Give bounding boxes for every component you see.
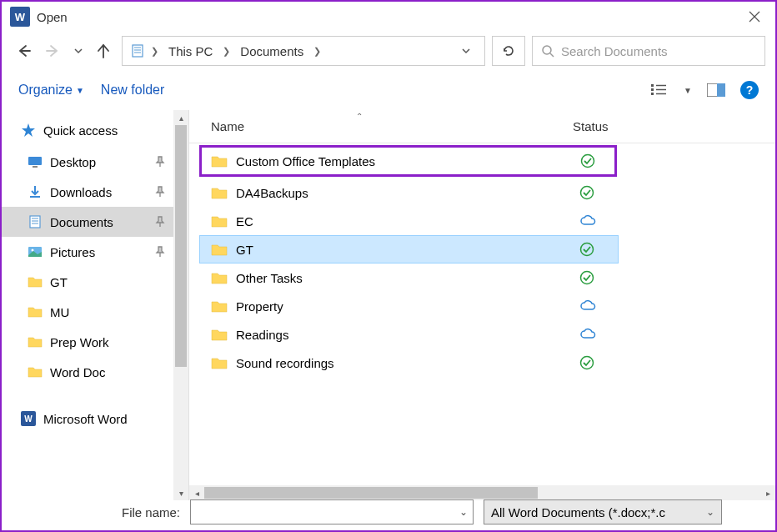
pin-icon	[155, 246, 165, 258]
svg-point-25	[582, 155, 594, 168]
documents-icon	[27, 213, 43, 230]
sidebar-item-mu[interactable]: MU	[2, 297, 188, 327]
pin-icon	[155, 156, 165, 168]
sidebar-item-label: Documents	[50, 215, 113, 229]
file-name: GT	[236, 243, 253, 257]
new-folder-button[interactable]: New folder	[101, 83, 164, 98]
navigation-bar: ❯ This PC ❯ Documents ❯	[2, 32, 775, 70]
refresh-button[interactable]	[492, 36, 525, 66]
up-button[interactable]	[92, 39, 115, 63]
main-area: Quick access DesktopDownloadsDocumentsPi…	[2, 110, 775, 500]
desktop-icon	[27, 153, 43, 170]
sidebar-item-label: Pictures	[50, 245, 95, 259]
breadcrumb-this-pc[interactable]: This PC	[163, 41, 218, 62]
folder-icon	[211, 298, 228, 314]
sort-indicator-icon: ⌃	[356, 112, 363, 121]
sidebar-item-label: Word Doc	[50, 365, 105, 379]
scroll-thumb[interactable]	[175, 125, 187, 367]
sync-check-icon	[579, 355, 594, 370]
filetype-combo[interactable]: All Word Documents (*.docx;*.c ⌄	[484, 499, 722, 524]
view-layout-button[interactable]	[650, 81, 669, 99]
file-row[interactable]: Custom Office Templates	[199, 145, 617, 177]
dropdown-arrow-icon: ▼	[76, 86, 84, 95]
sidebar-item-prep-work[interactable]: Prep Work	[2, 327, 188, 357]
address-bar[interactable]: ❯ This PC ❯ Documents ❯	[122, 36, 485, 66]
file-row[interactable]: Readings	[189, 320, 775, 349]
chevron-right-icon: ❯	[313, 46, 321, 57]
svg-rect-16	[28, 157, 42, 165]
star-icon	[20, 122, 37, 138]
file-name: Custom Office Templates	[236, 154, 375, 168]
column-name[interactable]: Name	[189, 119, 244, 133]
pictures-icon	[27, 243, 43, 260]
file-name: EC	[236, 214, 253, 228]
sidebar-scrollbar[interactable]: ▴ ▾	[173, 110, 188, 500]
forward-button[interactable]	[42, 39, 65, 63]
chevron-down-icon	[74, 47, 83, 55]
help-button[interactable]: ?	[740, 81, 759, 99]
search-box[interactable]	[532, 36, 765, 66]
filename-combo[interactable]: ⌄	[190, 499, 474, 524]
folder-icon	[211, 269, 228, 286]
folder-icon	[27, 274, 43, 290]
arrow-right-icon	[45, 43, 62, 59]
refresh-icon	[502, 44, 515, 58]
pin-icon	[155, 216, 165, 228]
file-row[interactable]: DA4Backups	[189, 178, 775, 207]
pin-icon	[155, 186, 165, 198]
svg-rect-10	[651, 93, 654, 95]
arrow-up-icon	[95, 43, 112, 59]
close-button[interactable]	[742, 4, 767, 29]
sidebar-item-label: Desktop	[50, 155, 96, 169]
file-row[interactable]: EC	[189, 207, 775, 235]
details-view-icon	[651, 83, 668, 97]
file-row[interactable]: GT	[199, 235, 619, 263]
sidebar-item-pictures[interactable]: Pictures	[2, 237, 188, 267]
svg-point-6	[543, 46, 551, 54]
view-dropdown[interactable]: ▼	[684, 86, 692, 95]
address-dropdown[interactable]	[454, 46, 478, 56]
sidebar-item-label: Prep Work	[50, 335, 109, 349]
documents-icon	[129, 43, 146, 59]
downloads-icon	[27, 183, 43, 200]
sidebar-item-label: MU	[50, 305, 69, 319]
file-name: Property	[236, 299, 283, 314]
sidebar-item-downloads[interactable]: Downloads	[2, 177, 188, 207]
back-button[interactable]	[12, 39, 35, 63]
folder-icon	[211, 326, 228, 343]
sidebar-item-desktop[interactable]: Desktop	[2, 147, 188, 177]
file-name: Sound recordings	[236, 356, 334, 370]
chevron-down-icon: ⌄	[706, 506, 714, 518]
svg-point-28	[581, 272, 594, 284]
sidebar-item-documents[interactable]: Documents	[2, 207, 188, 237]
sidebar-microsoft-word[interactable]: W Microsoft Word	[2, 404, 188, 434]
folder-icon	[27, 334, 43, 350]
organize-button[interactable]: Organize ▼	[18, 83, 84, 98]
sidebar-item-label: GT	[50, 275, 68, 289]
close-icon	[749, 11, 760, 23]
chevron-right-icon: ❯	[151, 46, 158, 57]
filetype-value: All Word Documents (*.docx;*.c	[491, 505, 665, 519]
history-dropdown[interactable]	[72, 39, 85, 63]
file-row[interactable]: Sound recordings	[189, 349, 775, 377]
sidebar-item-word-doc[interactable]: Word Doc	[2, 357, 188, 387]
sync-check-icon	[580, 153, 595, 168]
file-row[interactable]: Property	[189, 292, 775, 320]
breadcrumb-documents[interactable]: Documents	[235, 41, 308, 62]
svg-rect-2	[133, 45, 143, 57]
sync-check-icon	[579, 242, 594, 257]
folder-icon	[211, 354, 228, 371]
file-name: DA4Backups	[236, 186, 308, 200]
file-list-panel: ⌃ Name Status Custom Office TemplatesDA4…	[188, 110, 775, 500]
chevron-down-icon	[461, 46, 471, 56]
file-name: Readings	[236, 328, 288, 342]
search-input[interactable]	[561, 44, 756, 58]
arrow-left-icon	[15, 43, 32, 59]
preview-pane-button[interactable]	[707, 81, 725, 99]
file-row[interactable]: Other Tasks	[189, 263, 775, 292]
sidebar-quick-access[interactable]: Quick access	[2, 113, 188, 147]
column-status[interactable]: Status	[573, 119, 609, 133]
folder-icon	[211, 241, 228, 258]
scroll-up-button[interactable]: ▴	[173, 110, 188, 125]
sidebar-item-gt[interactable]: GT	[2, 267, 188, 297]
